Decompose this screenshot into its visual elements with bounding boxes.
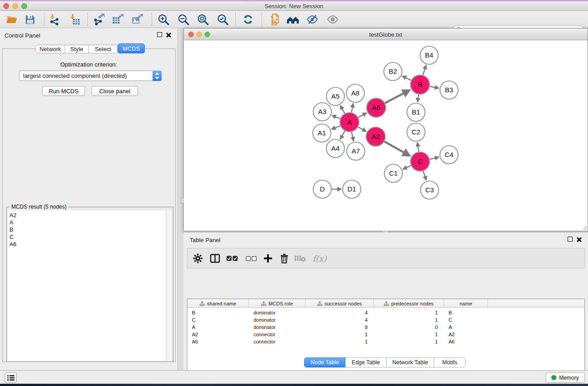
create-new-column-icon[interactable] <box>261 252 275 265</box>
node-B1[interactable]: B1 <box>407 103 425 121</box>
mcds-result-item[interactable]: A6 <box>10 241 166 248</box>
node-C3[interactable]: C3 <box>421 181 439 199</box>
edge-A6-B[interactable] <box>385 91 408 103</box>
float-panel-icon[interactable] <box>157 32 162 37</box>
zoom-in-icon[interactable] <box>157 13 170 26</box>
delete-table-icon[interactable] <box>293 252 307 265</box>
node-A7[interactable]: A7 <box>347 142 365 160</box>
mcds-result-item[interactable]: A <box>10 219 166 226</box>
edge-B-B2[interactable] <box>403 76 411 81</box>
tab-edge-table[interactable]: Edge Table <box>345 357 387 367</box>
network-canvas[interactable]: AA1A2A3A4A5A6A7A8BB1B2B3B4CC1C2C3C4DD1 <box>184 40 588 231</box>
optimization-criterion-select[interactable]: largest connected component (directed) <box>19 71 162 81</box>
node-A[interactable]: A <box>340 113 359 132</box>
delete-columns-trash-icon[interactable] <box>277 252 291 265</box>
node-D[interactable]: D <box>313 180 331 198</box>
node-B3[interactable]: B3 <box>440 81 458 99</box>
column-header-MCDS-role[interactable]: MCDS role <box>249 299 306 308</box>
column-header-name[interactable]: name <box>444 299 488 308</box>
result-scrollbar[interactable] <box>166 210 172 361</box>
first-neighbors-icon[interactable] <box>286 13 300 26</box>
edge-A2-C[interactable] <box>384 142 409 155</box>
network-window-titlebar[interactable]: testGlobe.txt <box>184 29 588 40</box>
column-header-successor-nodes[interactable]: successor nodes <box>306 299 374 308</box>
edge-B-B4[interactable] <box>423 66 425 75</box>
table-row[interactable]: A6connector11A6 <box>187 338 584 345</box>
select-all-columns-icon[interactable] <box>225 252 239 265</box>
edge-C-C4[interactable] <box>430 157 438 159</box>
tab-network-table[interactable]: Network Table <box>387 357 434 367</box>
node-A1[interactable]: A1 <box>313 124 331 142</box>
mcds-result-list[interactable]: A2ABCA6 <box>8 210 166 361</box>
tab-node-table[interactable]: Node Table <box>304 357 345 367</box>
network-window[interactable]: testGlobe.txt AA1A2A3A4A5A6A7A8BB1B2B3B4… <box>183 28 588 231</box>
edge-C-C3[interactable] <box>423 171 426 180</box>
unselect-all-columns-icon[interactable] <box>244 252 258 265</box>
export-image-icon[interactable] <box>130 13 144 26</box>
node-A4[interactable]: A4 <box>326 139 344 157</box>
vertical-splitter-handle[interactable] <box>181 197 184 204</box>
node-C4[interactable]: C4 <box>440 146 458 164</box>
edge-A-A6[interactable] <box>358 113 366 117</box>
import-table-icon[interactable] <box>68 13 81 26</box>
table-row[interactable]: Bdominator41B <box>187 309 584 316</box>
export-network-icon[interactable] <box>92 13 105 26</box>
tab-motifs[interactable]: Motifs <box>434 357 466 367</box>
node-B4[interactable]: B4 <box>420 46 438 64</box>
import-network-icon[interactable] <box>48 13 61 26</box>
zoom-out-icon[interactable] <box>177 13 190 26</box>
node-B[interactable]: B <box>411 75 430 94</box>
table-settings-gear-icon[interactable] <box>191 252 205 265</box>
tab-style[interactable]: Style <box>65 45 89 53</box>
node-A5[interactable]: A5 <box>326 87 344 105</box>
mcds-result-item[interactable]: A2 <box>10 212 166 219</box>
close-panel-button[interactable]: Close panel <box>91 86 138 96</box>
node-D1[interactable]: D1 <box>343 180 361 198</box>
node-C[interactable]: C <box>411 152 430 171</box>
hide-selected-icon[interactable] <box>306 13 319 26</box>
show-all-icon[interactable] <box>326 13 339 26</box>
edge-A-A7[interactable] <box>352 132 354 140</box>
mcds-result-item[interactable]: C <box>10 234 166 241</box>
memory-button[interactable]: Memory <box>545 372 585 383</box>
table-row[interactable]: Adominator80A <box>187 324 584 331</box>
tab-select[interactable]: Select <box>89 45 118 53</box>
table-row[interactable]: A2connector11A2 <box>187 331 584 338</box>
tab-mcds[interactable]: MCDS <box>118 43 145 53</box>
node-C1[interactable]: C1 <box>384 164 402 182</box>
zoom-fit-icon[interactable] <box>196 13 210 26</box>
function-builder-icon[interactable]: f(x) <box>311 252 329 265</box>
edge-A-A3[interactable] <box>333 116 340 119</box>
column-header-shared-name[interactable]: shared name <box>187 299 249 308</box>
edge-A-A4[interactable] <box>341 131 345 138</box>
node-C2[interactable]: C2 <box>407 123 425 141</box>
float-table-panel-icon[interactable] <box>568 237 573 242</box>
mcds-result-item[interactable]: B <box>10 226 166 234</box>
refresh-icon[interactable] <box>241 13 255 26</box>
close-table-panel-icon[interactable] <box>577 237 582 242</box>
network-graph[interactable]: AA1A2A3A4A5A6A7A8BB1B2B3B4CC1C2C3C4DD1 <box>184 40 588 231</box>
split-table-view-icon[interactable] <box>208 252 222 265</box>
tab-network[interactable]: Network <box>35 45 65 53</box>
main-titlebar[interactable]: Session: New Session <box>0 1 588 11</box>
edge-B-B1[interactable] <box>418 95 419 101</box>
edge-C-C1[interactable] <box>403 166 411 169</box>
open-session-icon[interactable] <box>5 13 19 26</box>
close-panel-icon[interactable] <box>166 32 171 37</box>
export-table-icon[interactable] <box>111 13 124 26</box>
edge-A-A8[interactable] <box>351 104 353 112</box>
save-session-icon[interactable] <box>23 13 37 26</box>
table-row[interactable]: Cdominator41C <box>187 316 584 324</box>
run-mcds-button[interactable]: Run MCDS <box>42 86 85 96</box>
edge-C-C2[interactable] <box>417 143 419 152</box>
edge-B-B3[interactable] <box>430 86 438 88</box>
node-B2[interactable]: B2 <box>384 62 402 81</box>
new-network-from-selection-icon[interactable] <box>268 13 282 26</box>
node-A3[interactable]: A3 <box>313 103 331 121</box>
node-A8[interactable]: A8 <box>346 84 364 102</box>
task-history-button[interactable] <box>5 372 17 383</box>
zoom-selected-icon[interactable] <box>216 13 229 26</box>
column-header-predecessor-nodes[interactable]: predecessor nodes <box>374 299 444 308</box>
edge-A-A2[interactable] <box>358 127 365 131</box>
node-A2[interactable]: A2 <box>366 127 385 146</box>
